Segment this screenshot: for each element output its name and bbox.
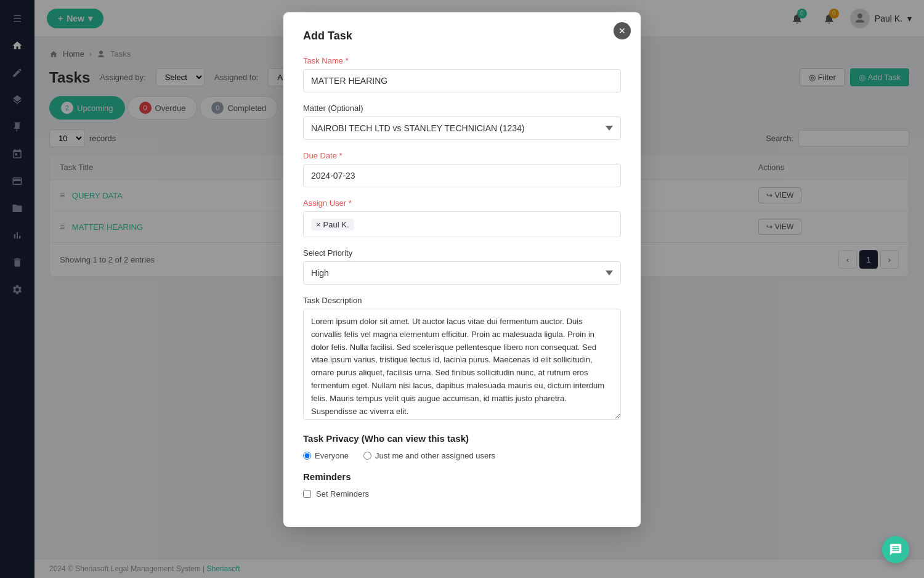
matter-label: Matter (Optional) — [303, 104, 621, 113]
due-date-group: Due Date * — [303, 151, 621, 187]
user-tag: × Paul K. — [311, 219, 354, 230]
modal-title: Add Task — [303, 30, 621, 43]
task-name-group: Task Name * — [303, 56, 621, 92]
priority-group: Select Priority High Medium Low — [303, 248, 621, 285]
description-textarea[interactable]: Lorem ipsum dolor sit amet. Ut auctor la… — [303, 309, 621, 420]
modal-overlay: Add Task ✕ Task Name * Matter (Optional)… — [0, 0, 924, 578]
due-date-input[interactable] — [303, 164, 621, 187]
priority-select[interactable]: High Medium Low — [303, 261, 621, 285]
description-group: Task Description Lorem ipsum dolor sit a… — [303, 296, 621, 422]
assign-user-tag-input[interactable]: × Paul K. — [303, 211, 621, 237]
add-task-modal: Add Task ✕ Task Name * Matter (Optional)… — [283, 12, 641, 527]
set-reminders-checkbox[interactable] — [303, 490, 311, 498]
privacy-everyone-radio[interactable] — [303, 452, 311, 460]
privacy-just-me-radio[interactable] — [363, 452, 371, 460]
description-label: Task Description — [303, 296, 621, 305]
set-reminders-label[interactable]: Set Reminders — [303, 489, 621, 499]
task-name-label: Task Name * — [303, 56, 621, 65]
privacy-title: Task Privacy (Who can view this task) — [303, 433, 621, 444]
privacy-group: Task Privacy (Who can view this task) Ev… — [303, 433, 621, 460]
assign-user-group: Assign User * × Paul K. — [303, 198, 621, 237]
task-name-input[interactable] — [303, 69, 621, 92]
due-date-label: Due Date * — [303, 151, 621, 160]
tag-remove-icon[interactable]: × — [316, 220, 321, 229]
chat-bubble-button[interactable] — [882, 536, 909, 563]
privacy-radio-group: Everyone Just me and other assigned user… — [303, 451, 621, 460]
modal-close-button[interactable]: ✕ — [614, 22, 631, 39]
reminders-title: Reminders — [303, 471, 621, 482]
matter-select[interactable]: NAIROBI TECH LTD vs STANLEY TECHNICIAN (… — [303, 116, 621, 140]
matter-group: Matter (Optional) NAIROBI TECH LTD vs ST… — [303, 104, 621, 140]
privacy-just-me-label[interactable]: Just me and other assigned users — [363, 451, 495, 460]
assign-user-label: Assign User * — [303, 198, 621, 208]
tag-label: Paul K. — [323, 220, 349, 229]
reminders-group: Reminders Set Reminders — [303, 471, 621, 499]
priority-label: Select Priority — [303, 248, 621, 258]
privacy-everyone-label[interactable]: Everyone — [303, 451, 349, 460]
